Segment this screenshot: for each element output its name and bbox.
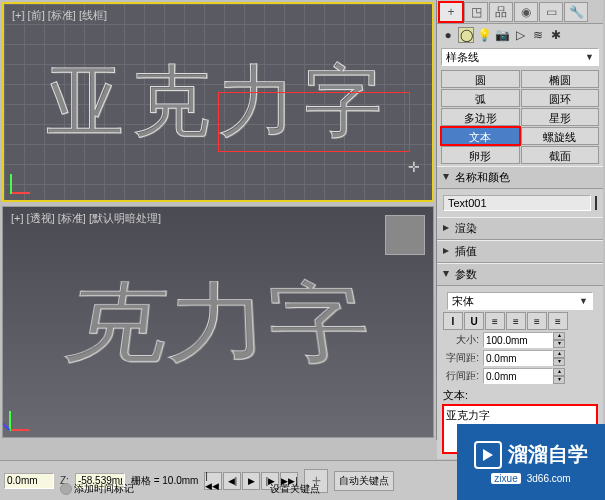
frame-input[interactable] xyxy=(4,473,54,489)
rollout-params[interactable]: 参数 xyxy=(437,263,603,286)
font-dropdown[interactable]: 宋体 ▼ xyxy=(447,292,593,310)
size-label: 大小: xyxy=(443,333,479,347)
motion-tab[interactable]: ◉ xyxy=(514,2,538,22)
play-button[interactable]: ▶ xyxy=(242,472,260,490)
modify-tab[interactable]: ◳ xyxy=(464,2,488,22)
lights-icon[interactable]: 💡 xyxy=(476,27,492,43)
rollout-render[interactable]: 渲染 xyxy=(437,217,603,240)
set-keys-anno[interactable]: 设置关键点 xyxy=(270,482,320,496)
crosshair-icon: ✛ xyxy=(408,159,420,175)
create-tab[interactable]: + xyxy=(439,2,463,22)
axis-gizmo-persp[interactable] xyxy=(9,401,39,431)
watermark-title: 溜溜自学 xyxy=(508,441,588,468)
utilities-tab[interactable]: 🔧 xyxy=(564,2,588,22)
display-tab[interactable]: ▭ xyxy=(539,2,563,22)
text-style-btn-1[interactable]: U xyxy=(464,312,484,330)
leading-input[interactable] xyxy=(483,368,553,384)
command-panel: + ◳ 品 ◉ ▭ 🔧 ● ◯ 💡 📷 ▷ ≋ ✱ 样条线 ▼ 圆椭圆弧圆环多边… xyxy=(436,0,603,440)
viewcube[interactable] xyxy=(385,215,425,255)
chevron-down-icon: ▼ xyxy=(585,52,594,62)
text-style-btn-0[interactable]: I xyxy=(443,312,463,330)
text-style-btn-2[interactable]: ≡ xyxy=(485,312,505,330)
prev-frame-button[interactable]: ◀| xyxy=(223,472,241,490)
marker-dot-icon xyxy=(60,483,72,495)
chevron-down-icon: ▼ xyxy=(579,296,588,306)
watermark-url: 3d66.com xyxy=(527,473,571,484)
systems-icon[interactable]: ✱ xyxy=(548,27,564,43)
auto-key-button[interactable]: 自动关键点 xyxy=(334,471,394,491)
text-label: 文本: xyxy=(443,388,597,403)
shapes-icon[interactable]: ◯ xyxy=(458,27,474,43)
viewports-area: [+] [前] [标准] [线框] 亚克力字 ✛ [+] [透视] [标准] [… xyxy=(0,0,436,440)
text-object-persp[interactable]: 克力字 xyxy=(54,268,382,386)
shape-btn-4[interactable]: 多边形 xyxy=(441,108,520,126)
shape-btn-0[interactable]: 圆 xyxy=(441,70,520,88)
object-name-input[interactable] xyxy=(443,195,591,211)
viewport-label-persp[interactable]: [+] [透视] [标准] [默认明暗处理] xyxy=(11,211,161,226)
watermark-domain: zixue xyxy=(491,473,520,484)
spinner-up[interactable]: ▴ xyxy=(553,350,565,358)
size-input[interactable] xyxy=(483,332,553,348)
hierarchy-tab[interactable]: 品 xyxy=(489,2,513,22)
spinner-down[interactable]: ▾ xyxy=(553,358,565,366)
text-style-row: IU≡≡≡≡ xyxy=(443,312,597,330)
watermark: 溜溜自学 zixue 3d66.com xyxy=(457,424,605,500)
add-time-marker-anno[interactable]: 添加时间标记 xyxy=(60,482,134,496)
viewport-front[interactable]: [+] [前] [标准] [线框] 亚克力字 ✛ xyxy=(2,2,434,202)
text-style-btn-4[interactable]: ≡ xyxy=(527,312,547,330)
shape-btn-6[interactable]: 文本 xyxy=(441,127,520,145)
play-logo-icon xyxy=(474,441,502,469)
text-style-btn-5[interactable]: ≡ xyxy=(548,312,568,330)
shape-buttons-grid: 圆椭圆弧圆环多边形星形文本螺旋线卵形截面 xyxy=(437,68,603,166)
goto-start-button[interactable]: |◀◀ xyxy=(204,472,222,490)
spinner-down[interactable]: ▾ xyxy=(553,340,565,348)
spinner-up[interactable]: ▴ xyxy=(553,332,565,340)
rollout-name-color[interactable]: 名称和颜色 xyxy=(437,166,603,189)
shape-btn-1[interactable]: 椭圆 xyxy=(521,70,600,88)
spinner-up[interactable]: ▴ xyxy=(553,368,565,376)
helpers-icon[interactable]: ▷ xyxy=(512,27,528,43)
axis-gizmo-front[interactable] xyxy=(10,164,40,194)
text-style-btn-3[interactable]: ≡ xyxy=(506,312,526,330)
viewport-label-top[interactable]: [+] [前] [标准] [线框] xyxy=(12,8,107,23)
color-swatch[interactable] xyxy=(595,196,597,210)
spacewarps-icon[interactable]: ≋ xyxy=(530,27,546,43)
shape-btn-3[interactable]: 圆环 xyxy=(521,89,600,107)
shape-btn-7[interactable]: 螺旋线 xyxy=(521,127,600,145)
grid-readout: 栅格 = 10.0mm xyxy=(131,474,199,488)
selection-bracket xyxy=(218,92,410,152)
spinner-down[interactable]: ▾ xyxy=(553,376,565,384)
shape-btn-9[interactable]: 截面 xyxy=(521,146,600,164)
kerning-label: 字间距: xyxy=(443,351,479,365)
viewport-perspective[interactable]: [+] [透视] [标准] [默认明暗处理] 克力字 xyxy=(2,206,434,438)
leading-label: 行间距: xyxy=(443,369,479,383)
shape-btn-2[interactable]: 弧 xyxy=(441,89,520,107)
rollout-interpolation[interactable]: 插值 xyxy=(437,240,603,263)
shape-btn-5[interactable]: 星形 xyxy=(521,108,600,126)
kerning-input[interactable] xyxy=(483,350,553,366)
geometry-icon[interactable]: ● xyxy=(440,27,456,43)
cameras-icon[interactable]: 📷 xyxy=(494,27,510,43)
spline-category-dropdown[interactable]: 样条线 ▼ xyxy=(441,48,599,66)
shape-btn-8[interactable]: 卵形 xyxy=(441,146,520,164)
